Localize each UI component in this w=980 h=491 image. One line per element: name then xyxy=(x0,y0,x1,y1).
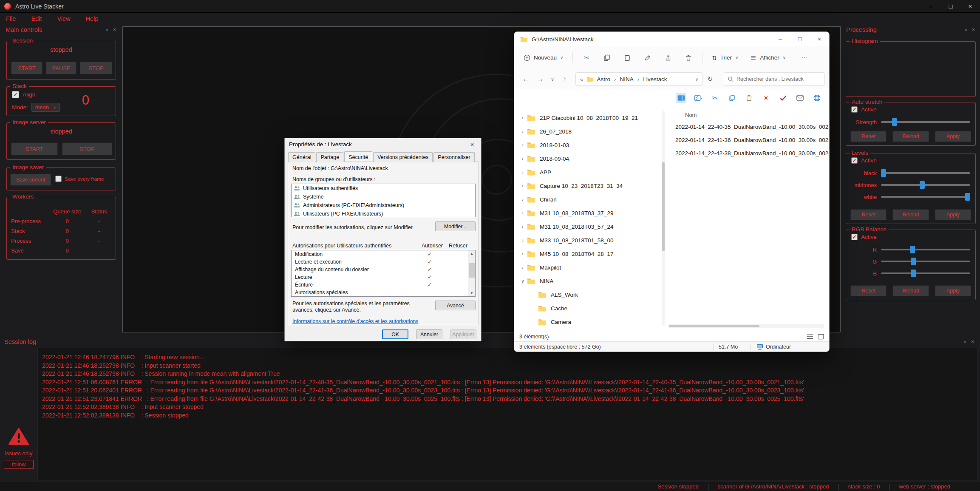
tree-item[interactable]: › Maxpilot xyxy=(514,261,666,274)
save-every-frame-checkbox[interactable] xyxy=(55,176,62,182)
permission-row[interactable]: Écriture ✓ xyxy=(292,281,475,289)
history-chevron[interactable]: ∨ xyxy=(547,72,558,86)
scrollbar-thumb[interactable] xyxy=(662,162,665,251)
chevron-icon[interactable]: › xyxy=(518,115,527,120)
menu-item[interactable]: Edit xyxy=(31,15,42,22)
slider-thumb[interactable] xyxy=(911,258,916,265)
preview-pane-icon[interactable] xyxy=(676,93,686,103)
chevron-icon[interactable]: ∨ xyxy=(518,278,527,284)
rgb-reset-button[interactable]: Reset xyxy=(850,285,887,296)
group-item[interactable]: Utilisateurs (PC-FIXE\Utilisateurs) xyxy=(292,210,475,217)
close-button[interactable]: × xyxy=(810,32,829,46)
dialog-tab[interactable]: Personnaliser xyxy=(433,152,474,162)
levels-active-checkbox[interactable]: ✓ xyxy=(851,157,858,164)
session-log[interactable]: 2022-01-21 12:46:18.247796 INFO : Starti… xyxy=(37,348,977,480)
permission-row[interactable]: Autorisations spéciales xyxy=(292,289,475,296)
paste-button[interactable] xyxy=(619,50,636,65)
sort-button[interactable]: ⇅ Trier ∨ xyxy=(708,51,742,64)
allow-checkmark[interactable]: ✓ xyxy=(417,259,442,265)
search-box[interactable] xyxy=(724,72,825,86)
allow-checkmark[interactable]: ✓ xyxy=(417,267,442,272)
chevron-icon[interactable]: › xyxy=(518,251,527,256)
rgb-active-checkbox[interactable]: ✓ xyxy=(851,234,858,240)
close-panel-icon[interactable]: × xyxy=(971,339,974,345)
minimize-button[interactable]: – xyxy=(921,0,941,13)
auto-stretch-reset-button[interactable]: Reset xyxy=(850,131,887,142)
group-item[interactable]: Système xyxy=(292,193,475,201)
tree-item[interactable]: › 21P Giacobini 10_08_2018T00_19_21 xyxy=(514,111,666,125)
paste-icon[interactable] xyxy=(744,93,754,103)
access-control-link[interactable]: Informations sur le contrôle d'accès et … xyxy=(292,318,418,324)
float-panel-icon[interactable]: ▫ xyxy=(964,339,966,345)
globe-icon[interactable] xyxy=(812,93,822,103)
slider-thumb[interactable] xyxy=(911,270,916,277)
copy-button[interactable] xyxy=(598,50,615,65)
explorer-titlebar[interactable]: G:\Astro\NINA\Livestack – □ × xyxy=(514,32,829,46)
image-server-start-button[interactable]: START xyxy=(11,142,58,155)
follow-button[interactable]: follow xyxy=(4,460,34,469)
cut-icon[interactable]: ✂ xyxy=(710,93,720,103)
save-current-button[interactable]: Save current xyxy=(10,174,51,186)
menu-item[interactable]: View xyxy=(57,15,70,22)
tree-item[interactable]: ∨ NINA xyxy=(514,274,666,288)
align-checkbox[interactable]: ✓ xyxy=(12,91,19,98)
maximize-button[interactable]: □ xyxy=(790,32,810,46)
copy-icon[interactable] xyxy=(727,93,737,103)
dialog-tab[interactable]: Sécurité xyxy=(344,151,372,162)
close-button[interactable]: × xyxy=(463,138,481,150)
rename-button[interactable] xyxy=(639,50,656,65)
close-panel-icon[interactable]: × xyxy=(113,27,116,33)
group-item[interactable]: Utilisateurs authentifiés xyxy=(292,184,475,193)
tree-item[interactable]: › 26_07_2018 xyxy=(514,125,666,138)
file-row[interactable]: 2022-01-14_22-41-36_DualNarowBand_-10.00… xyxy=(666,133,829,147)
confirm-icon[interactable] xyxy=(778,93,788,103)
tree-item[interactable]: › Chiran xyxy=(514,193,666,206)
float-panel-icon[interactable]: ▫ xyxy=(965,27,967,33)
tree-item[interactable]: ALS_Work xyxy=(514,288,666,301)
slider-thumb[interactable] xyxy=(965,193,970,201)
folder-tree[interactable]: › 21P Giacobini 10_08_2018T00_19_21 › 26… xyxy=(514,107,666,332)
tree-item[interactable]: › M31 10_08_2018T03_57_24 xyxy=(514,220,666,233)
permission-row[interactable]: Lecture et exécution ✓ xyxy=(292,258,475,266)
refresh-button[interactable]: ↻ xyxy=(703,72,717,86)
share-button[interactable] xyxy=(660,50,677,65)
allow-checkmark[interactable]: ✓ xyxy=(417,251,442,257)
auto-stretch-apply-button[interactable]: Apply xyxy=(935,131,971,142)
tree-item[interactable]: › Capture 10_23_2018T23_31_34 xyxy=(514,179,666,193)
chevron-icon[interactable]: › xyxy=(518,142,527,148)
breadcrumb-item[interactable]: Astro xyxy=(597,76,611,82)
slider[interactable] xyxy=(881,196,970,198)
delete-button[interactable] xyxy=(680,50,697,65)
chevron-icon[interactable]: › xyxy=(518,265,527,270)
dialog-tab[interactable]: Général xyxy=(288,152,315,162)
close-button[interactable]: × xyxy=(960,0,980,13)
forward-button[interactable]: → xyxy=(533,72,547,86)
file-row[interactable]: 2022-01-14_22-42-38_DualNarowBand_-10.00… xyxy=(666,147,829,160)
breadcrumb-item[interactable]: Livestack xyxy=(634,76,667,82)
file-row[interactable]: 2022-01-14_22-40-35_DualNarowBand_-10.00… xyxy=(666,120,829,133)
slider[interactable] xyxy=(881,261,970,262)
scrollbar-thumb[interactable] xyxy=(669,325,759,327)
allow-checkmark[interactable]: ✓ xyxy=(417,282,442,288)
breadcrumb-item[interactable]: NINA xyxy=(610,76,634,82)
menu-item[interactable]: Help xyxy=(86,15,99,22)
allow-checkmark[interactable]: ✓ xyxy=(417,274,442,280)
mode-select[interactable]: mean ∨ xyxy=(31,103,60,112)
close-panel-icon[interactable]: × xyxy=(972,27,975,33)
collapse-crumbs-icon[interactable]: « xyxy=(580,76,583,82)
session-pause-button[interactable]: PAUSE xyxy=(46,62,76,74)
back-button[interactable]: ← xyxy=(518,72,533,86)
tree-item[interactable]: Live xyxy=(514,329,666,332)
mail-icon[interactable] xyxy=(795,93,805,103)
up-button[interactable]: ↑ xyxy=(558,72,572,86)
slider[interactable] xyxy=(881,184,970,186)
chevron-icon[interactable]: › xyxy=(518,197,527,202)
auto-stretch-reload-button[interactable]: Reload xyxy=(892,131,929,142)
chevron-icon[interactable]: › xyxy=(518,183,527,188)
slider[interactable] xyxy=(881,172,970,174)
tree-item[interactable]: Cache xyxy=(514,301,666,315)
levels-apply-button[interactable]: Apply xyxy=(935,209,971,220)
slider-thumb[interactable] xyxy=(920,181,925,189)
slider[interactable] xyxy=(881,272,970,274)
scrollbar-thumb[interactable] xyxy=(469,263,475,278)
